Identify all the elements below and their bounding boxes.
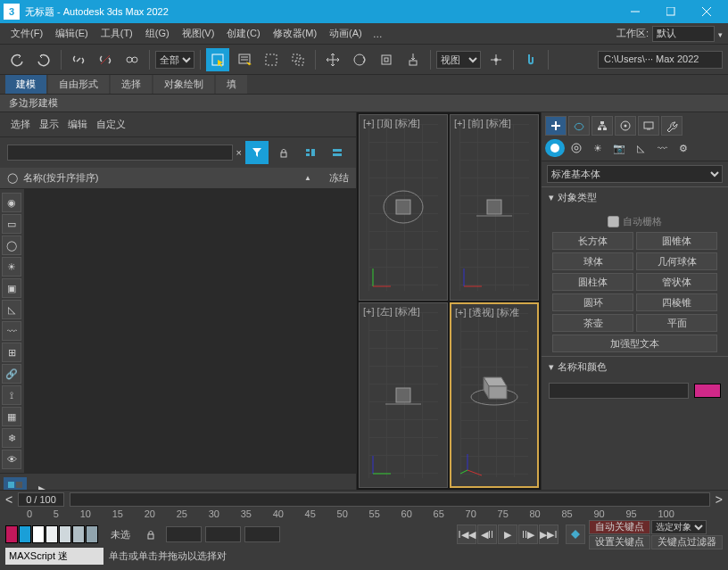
- filter-spacewarps-icon[interactable]: 〰: [2, 321, 21, 341]
- coord-z[interactable]: [244, 526, 280, 542]
- tube-button[interactable]: 管状体: [636, 273, 717, 291]
- set-key-button[interactable]: 设置关键点: [589, 535, 650, 549]
- time-slider[interactable]: [70, 492, 710, 507]
- rollout-name-color[interactable]: ▾名称和颜色: [542, 356, 728, 377]
- modify-tab[interactable]: [568, 116, 590, 136]
- geometry-icon[interactable]: [545, 139, 565, 157]
- spacewarps-icon[interactable]: 〰: [652, 139, 672, 157]
- lights-icon[interactable]: ☀: [588, 139, 608, 157]
- timeline-next[interactable]: >: [716, 492, 723, 507]
- motion-tab[interactable]: [615, 116, 636, 136]
- color-swatches[interactable]: [5, 525, 98, 543]
- rotate-button[interactable]: [348, 48, 371, 71]
- box-button[interactable]: 长方体: [552, 232, 633, 250]
- play-button[interactable]: ▶: [498, 525, 517, 544]
- rollout-object-type[interactable]: ▾对象类型: [542, 186, 728, 208]
- cameras-icon[interactable]: 📷: [609, 139, 629, 157]
- display-tab[interactable]: [638, 116, 659, 136]
- cylinder-button[interactable]: 圆柱体: [552, 273, 633, 291]
- move-button[interactable]: [321, 48, 344, 71]
- auto-key-button[interactable]: 自动关键点: [589, 520, 650, 534]
- filter-cameras-icon[interactable]: ▣: [2, 278, 21, 298]
- create-tab[interactable]: [545, 116, 567, 136]
- prev-frame-button[interactable]: ◀II: [477, 525, 497, 544]
- col-frozen[interactable]: 冻结: [329, 171, 349, 185]
- key-mode-button[interactable]: [566, 525, 585, 544]
- menu-file[interactable]: 文件(F): [5, 25, 48, 42]
- bind-button[interactable]: [120, 48, 144, 71]
- maxscript-label[interactable]: MAXScript 迷: [5, 548, 103, 565]
- coord-x[interactable]: [166, 526, 202, 542]
- menu-more[interactable]: …: [369, 29, 386, 39]
- scene-tab-select[interactable]: 选择: [11, 118, 30, 131]
- geosphere-button[interactable]: 几何球体: [636, 252, 717, 270]
- filter-container-icon[interactable]: ▦: [2, 407, 21, 426]
- globe-icon[interactable]: ◯: [7, 172, 18, 184]
- select-object-button[interactable]: [206, 48, 229, 71]
- filter-lights-icon[interactable]: ☀: [2, 257, 21, 277]
- filter-hidden-icon[interactable]: 👁: [2, 450, 21, 469]
- ribbon-tab-selection[interactable]: 选择: [111, 75, 152, 94]
- primitive-category[interactable]: 标准基本体: [547, 165, 723, 183]
- ref-coord-system[interactable]: 视图: [436, 51, 481, 69]
- auto-grid-checkbox[interactable]: [608, 216, 619, 227]
- viewport-perspective[interactable]: [+] [透视] [标准: [450, 302, 539, 489]
- systems-icon[interactable]: ⚙: [674, 139, 693, 157]
- use-pivot-button[interactable]: [484, 48, 508, 71]
- window-crossing-button[interactable]: [286, 48, 310, 71]
- menu-animation[interactable]: 动画(A): [324, 25, 368, 42]
- viewport-top[interactable]: [+] [顶] [标准]: [359, 114, 448, 301]
- filter-frozen-icon[interactable]: ❄: [2, 428, 21, 448]
- redo-button[interactable]: [32, 48, 55, 71]
- scene-tab-custom[interactable]: 自定义: [96, 118, 126, 131]
- menu-views[interactable]: 视图(V): [177, 25, 220, 42]
- next-frame-button[interactable]: II▶: [518, 525, 538, 544]
- scene-search-input[interactable]: [7, 145, 233, 161]
- timeline-prev[interactable]: <: [5, 492, 12, 507]
- scene-list[interactable]: [25, 189, 356, 473]
- ribbon-tab-freeform[interactable]: 自由形式: [48, 75, 109, 94]
- close-button[interactable]: [689, 0, 724, 23]
- scene-tab-edit[interactable]: 编辑: [68, 118, 87, 131]
- col-name[interactable]: 名称(按升序排序): [23, 171, 304, 185]
- cone-button[interactable]: 圆锥体: [636, 232, 717, 250]
- select-name-button[interactable]: [233, 48, 256, 71]
- object-name-input[interactable]: [549, 383, 689, 399]
- unlink-button[interactable]: [94, 48, 117, 71]
- sphere-button[interactable]: 球体: [552, 252, 633, 270]
- menu-group[interactable]: 组(G): [140, 25, 175, 42]
- menu-modifiers[interactable]: 修改器(M): [268, 25, 323, 42]
- minimize-button[interactable]: [617, 0, 653, 23]
- coord-y[interactable]: [205, 526, 241, 542]
- helpers-icon[interactable]: ◺: [631, 139, 650, 157]
- menu-edit[interactable]: 编辑(E): [50, 25, 94, 42]
- undo-button[interactable]: [5, 48, 29, 71]
- view-mode-2-icon[interactable]: [326, 141, 349, 164]
- viewport-left[interactable]: [+] [左] [标准]: [359, 302, 448, 489]
- shapes-icon[interactable]: [567, 139, 586, 157]
- lock-selection-icon[interactable]: [139, 523, 162, 546]
- selection-filter[interactable]: 全部: [155, 51, 194, 69]
- menu-create[interactable]: 创建(C): [221, 25, 265, 42]
- plane-button[interactable]: 平面: [636, 314, 717, 332]
- scene-tab-display[interactable]: 显示: [39, 118, 59, 131]
- key-target-select[interactable]: 选定对象: [651, 520, 707, 534]
- filter-groups-icon[interactable]: ⊞: [2, 343, 21, 362]
- manipulate-button[interactable]: [519, 48, 542, 71]
- torus-button[interactable]: 圆环: [552, 293, 633, 311]
- goto-end-button[interactable]: ▶▶I: [539, 525, 558, 544]
- lock-icon[interactable]: [272, 141, 295, 164]
- pyramid-button[interactable]: 四棱锥: [636, 293, 717, 311]
- chevron-down-icon[interactable]: [718, 29, 723, 39]
- select-region-rect-button[interactable]: [260, 48, 283, 71]
- filter-bone-icon[interactable]: ⟟: [2, 385, 21, 405]
- hierarchy-tab[interactable]: [592, 116, 613, 136]
- filter-xref-icon[interactable]: 🔗: [2, 364, 21, 384]
- filter-icon[interactable]: [245, 141, 269, 164]
- viewport-front[interactable]: [+] [前] [标准]: [450, 114, 539, 301]
- filter-shapes-icon[interactable]: ◯: [2, 235, 21, 255]
- link-button[interactable]: [67, 48, 90, 71]
- workspace-select[interactable]: [652, 26, 715, 42]
- project-path[interactable]: C:\Users\··· Max 2022: [598, 51, 723, 69]
- goto-start-button[interactable]: I◀◀: [457, 525, 476, 544]
